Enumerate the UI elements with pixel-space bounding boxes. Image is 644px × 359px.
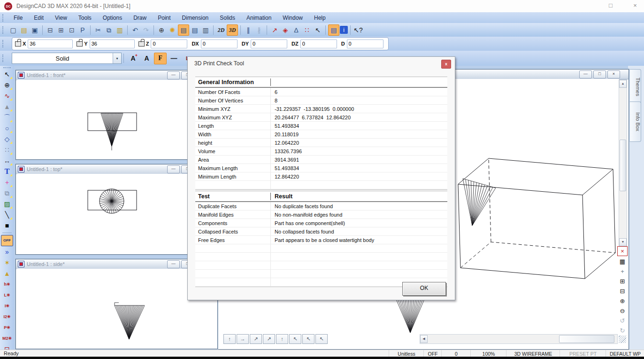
view-angle-2-button[interactable]: → <box>237 334 249 344</box>
select-multiple-icon[interactable]: » <box>1 247 13 257</box>
tab-info-box[interactable]: Info Box <box>629 101 641 142</box>
status-workplane[interactable]: DEFAULT WP <box>606 350 644 357</box>
2d-mode-icon[interactable]: 2D <box>216 25 226 35</box>
x-input[interactable] <box>28 39 73 48</box>
dz-input[interactable] <box>300 39 337 48</box>
close-icon[interactable]: × <box>607 70 620 78</box>
cone-tool-icon[interactable]: ▲ <box>1 101 13 112</box>
scroll-left-icon[interactable]: ◀ <box>420 335 428 343</box>
snap-p-icon[interactable]: P✳ <box>1 322 13 333</box>
close-icon[interactable]: x <box>441 60 451 69</box>
rotate-left-icon[interactable]: ↺ <box>618 316 627 325</box>
parallel-lines-icon[interactable]: ∥ <box>243 25 253 35</box>
line-width-button[interactable]: — <box>168 53 180 64</box>
group-tool-icon[interactable]: ⧉ <box>1 188 13 198</box>
triangle-snap-icon[interactable]: ▲ <box>1 268 13 279</box>
copy-icon[interactable]: ⧉ <box>104 25 114 35</box>
view-angle-5-button[interactable]: ↑ <box>276 334 288 344</box>
snap-i-icon[interactable]: I✳ <box>1 301 13 311</box>
print-preview-icon[interactable]: ⊞ <box>56 25 66 35</box>
page-setup-icon[interactable]: P <box>77 25 88 35</box>
layer-select[interactable]: Solid ▾ <box>12 53 122 64</box>
font-increase-button[interactable]: A + <box>127 53 139 64</box>
info-panel-icon[interactable]: ▤ <box>328 24 339 36</box>
menu-file[interactable]: File <box>8 13 28 23</box>
status-layer[interactable]: 0 <box>441 350 471 357</box>
line-tool-icon[interactable]: ╲ <box>1 210 13 220</box>
status-snap-off[interactable]: OFF <box>423 350 442 357</box>
new-document-icon[interactable]: ▢ <box>8 25 18 35</box>
lock-z-icon[interactable] <box>138 41 145 47</box>
view-angle-3-button[interactable]: ↗ <box>250 334 262 344</box>
vertical-scrollbar[interactable]: ▲ ▼ <box>619 79 627 247</box>
cut-icon[interactable]: ✂ <box>93 25 103 35</box>
font-toggle-button[interactable]: F <box>154 53 167 64</box>
arc-tool-icon[interactable]: ⌒ <box>1 112 13 123</box>
erase-grid-icon[interactable]: × <box>617 246 628 256</box>
view-angle-7-button[interactable]: ↖ <box>302 334 314 344</box>
restore-button[interactable]: □ <box>593 70 606 78</box>
zoom-out-icon[interactable]: ⊖ <box>618 306 627 315</box>
wand-icon[interactable]: ✶ <box>1 258 13 268</box>
parallel-dim-icon[interactable]: ∦ <box>254 25 264 35</box>
view-angle-1-button[interactable]: ↑ <box>223 334 236 344</box>
save-icon[interactable]: ▣ <box>30 25 40 35</box>
y-input[interactable] <box>90 39 135 48</box>
zoom-window-icon[interactable]: ⊞ <box>618 277 627 286</box>
text-tool-icon[interactable]: T <box>1 166 13 177</box>
view-angle-6-button[interactable]: ↖ <box>289 334 301 344</box>
minimize-button[interactable]: — <box>579 70 592 78</box>
minimize-button[interactable]: — <box>167 260 180 268</box>
menu-draw[interactable]: Draw <box>128 13 152 23</box>
d-input[interactable] <box>347 39 383 48</box>
tab-themes[interactable]: Themes <box>629 69 641 105</box>
dimension-tool-icon[interactable]: ↔ <box>1 156 13 166</box>
close-button[interactable]: × <box>629 1 641 10</box>
status-render-mode[interactable]: 3D WIREFRAME <box>506 350 560 357</box>
ok-button[interactable]: OK <box>402 282 446 296</box>
polyline-icon[interactable]: ∿ <box>1 91 13 101</box>
move-point-icon[interactable]: ⊕ <box>1 80 13 90</box>
lock-y-icon[interactable] <box>77 41 83 47</box>
scroll-down-icon[interactable]: ▼ <box>619 238 627 246</box>
print-icon[interactable]: ⊟ <box>45 25 55 35</box>
redo-icon[interactable]: ↷ <box>141 25 151 35</box>
snap-i2-icon[interactable]: I2✳ <box>1 312 13 322</box>
chevron-down-icon[interactable]: ▾ <box>113 53 121 63</box>
paste-icon[interactable]: ▥ <box>115 25 125 35</box>
zoom-in-icon[interactable]: ⊕ <box>618 297 627 305</box>
scrollbar-thumb[interactable] <box>620 140 626 191</box>
snap-h1-icon[interactable]: h✳ <box>1 279 13 289</box>
menu-tools[interactable]: Tools <box>73 13 97 23</box>
menu-solids[interactable]: Solids <box>214 13 241 23</box>
point-grid-icon[interactable]: ∷ <box>302 25 312 35</box>
fill-tool-icon[interactable]: ■ <box>1 220 13 231</box>
line-diamond-icon[interactable]: ◈ <box>280 25 291 35</box>
grid-icon[interactable]: ▦ <box>618 257 627 266</box>
select-cursor-icon[interactable]: ↖ <box>1 69 13 79</box>
menu-animation[interactable]: Animation <box>241 13 277 23</box>
view-angle-4-button[interactable]: ↗ <box>263 334 275 344</box>
view-window-2-icon[interactable]: ▤ <box>190 25 200 35</box>
scroll-up-icon[interactable]: ▲ <box>619 80 627 88</box>
pan-plus-icon[interactable]: + <box>618 267 627 276</box>
dy-input[interactable] <box>251 39 287 48</box>
minimize-button[interactable]: — <box>167 71 180 79</box>
context-help-icon[interactable]: ↖? <box>353 25 363 35</box>
view-angle-8-button[interactable]: ↖ <box>315 334 328 344</box>
snap-m2-icon[interactable]: M2✳ <box>1 333 13 343</box>
point-tool-icon[interactable]: + <box>1 177 13 187</box>
move-3d-icon[interactable]: ⊕ <box>156 25 167 35</box>
view-window-icon[interactable]: ▤ <box>178 24 189 36</box>
menu-view[interactable]: View <box>49 13 73 23</box>
minimize-button[interactable]: — <box>167 165 180 173</box>
dx-input[interactable] <box>201 39 238 48</box>
open-folder-icon[interactable]: ▤ <box>19 25 29 35</box>
cursor-point-icon[interactable]: ↖ <box>313 25 323 35</box>
font-button[interactable]: A <box>140 53 153 64</box>
polygon-tool-icon[interactable]: ◇ <box>1 134 13 144</box>
maximize-button[interactable]: □ <box>605 1 617 10</box>
scrollbar-thumb[interactable] <box>559 335 614 343</box>
menu-options[interactable]: Options <box>97 13 128 23</box>
lock-x-icon[interactable] <box>15 41 21 47</box>
